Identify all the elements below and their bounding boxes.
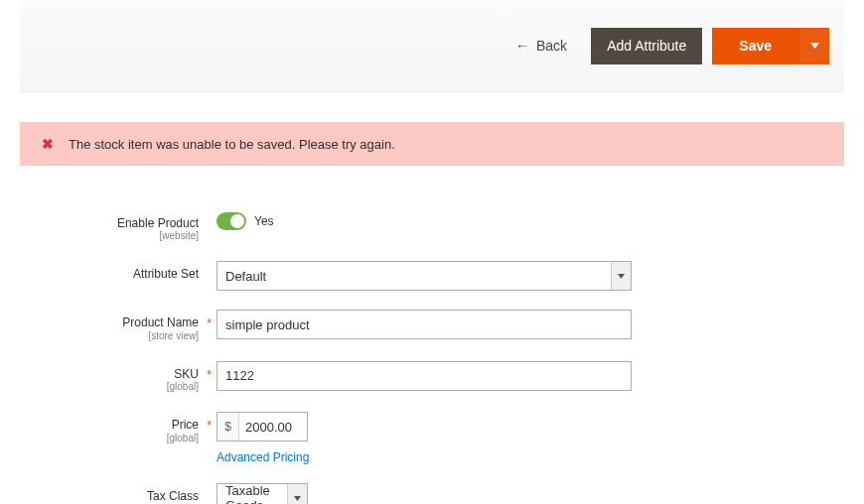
save-button[interactable]: Save xyxy=(712,28,798,64)
row-tax-class: Tax Class [website] Taxable Goods xyxy=(38,483,864,504)
row-attribute-set: Attribute Set Default xyxy=(38,261,864,291)
error-message: The stock item was unable to be saved. P… xyxy=(69,137,395,152)
page-header: ← Back Add Attribute Save xyxy=(20,0,844,92)
row-enable-product: Enable Product [website] Yes xyxy=(38,210,864,242)
back-button-label: Back xyxy=(536,38,567,54)
label-text-attribute-set: Attribute Set xyxy=(133,267,199,281)
sku-input[interactable] xyxy=(216,361,632,391)
toggle-knob xyxy=(230,214,244,228)
attribute-set-value: Default xyxy=(217,262,611,290)
attribute-set-select[interactable]: Default xyxy=(216,261,632,291)
save-button-group: Save xyxy=(712,28,829,64)
label-text-product-name: Product Name xyxy=(122,315,199,329)
add-attribute-button[interactable]: Add Attribute xyxy=(591,28,702,64)
save-button-label: Save xyxy=(739,38,772,54)
scope-enable-product: [website] xyxy=(38,230,199,242)
label-price: Price [global] xyxy=(38,412,199,443)
error-alert: ✖ The stock item was unable to be saved.… xyxy=(20,122,844,166)
back-button[interactable]: ← Back xyxy=(509,37,573,55)
label-sku: SKU [global] xyxy=(38,361,199,393)
chevron-down-icon xyxy=(294,496,301,501)
enable-product-value-label: Yes xyxy=(254,214,274,228)
add-attribute-label: Add Attribute xyxy=(607,38,686,54)
chevron-down-icon xyxy=(618,274,625,279)
label-product-name: Product Name [store view] xyxy=(38,310,199,341)
row-product-name: Product Name [store view] * xyxy=(38,310,864,341)
label-enable-product: Enable Product [website] xyxy=(38,210,199,242)
tax-class-caret[interactable] xyxy=(287,484,307,504)
required-mark: * xyxy=(207,368,212,382)
arrow-left-icon: ← xyxy=(515,38,529,54)
label-text-enable-product: Enable Product xyxy=(117,216,199,230)
label-tax-class: Tax Class [website] xyxy=(38,483,199,504)
scope-product-name: [store view] xyxy=(38,330,199,342)
chevron-down-icon xyxy=(810,43,819,49)
label-text-sku: SKU xyxy=(174,367,199,381)
tax-class-value: Taxable Goods xyxy=(217,484,287,504)
advanced-pricing-link[interactable]: Advanced Pricing xyxy=(216,450,309,464)
currency-symbol: $ xyxy=(217,413,239,441)
save-dropdown-toggle[interactable] xyxy=(798,28,829,64)
required-mark: * xyxy=(207,419,212,433)
row-price: Price [global] * $ Advanced Pricing xyxy=(38,412,864,464)
tax-class-select[interactable]: Taxable Goods xyxy=(216,483,308,504)
required-mark: * xyxy=(207,316,212,330)
product-form: Enable Product [website] Yes Attribute S… xyxy=(38,210,864,504)
product-name-input[interactable] xyxy=(216,310,632,339)
price-input-group: $ xyxy=(216,412,308,441)
error-icon: ✖ xyxy=(42,136,54,152)
row-sku: SKU [global] * xyxy=(38,361,864,393)
label-attribute-set: Attribute Set xyxy=(38,261,199,281)
attribute-set-caret[interactable] xyxy=(611,262,631,290)
label-text-tax-class: Tax Class xyxy=(147,489,199,503)
scope-sku: [global] xyxy=(38,381,199,393)
price-input[interactable] xyxy=(239,413,305,441)
scope-price: [global] xyxy=(38,433,199,444)
label-text-price: Price xyxy=(172,418,199,432)
enable-product-toggle[interactable] xyxy=(216,212,246,230)
